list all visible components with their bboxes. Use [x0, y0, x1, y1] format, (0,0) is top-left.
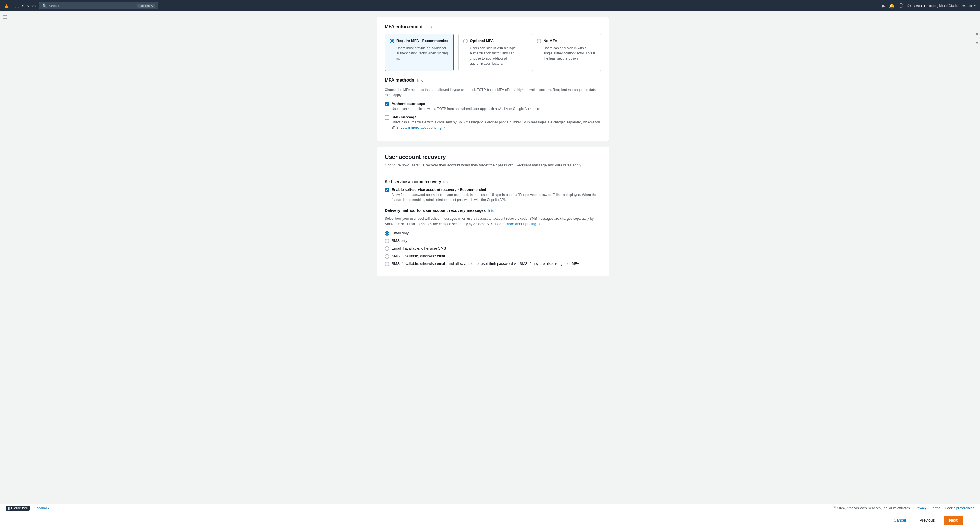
- self-service-recovery-label: Enable self-service account recovery - R…: [391, 188, 601, 202]
- footer: ▮ CloudShell Feedback © 2024, Amazon Web…: [0, 504, 980, 512]
- self-service-recovery-row: Enable self-service account recovery - R…: [385, 188, 601, 202]
- chevron-down-icon: ▼: [923, 4, 926, 8]
- mfa-none-desc: Users can only sign in with a single aut…: [544, 46, 596, 61]
- sms-message-checkbox[interactable]: [385, 115, 389, 120]
- panel-icon-top[interactable]: ●: [976, 31, 978, 36]
- feedback-button[interactable]: Feedback: [34, 506, 49, 510]
- user-email: manoj.khatri@tothenew.com: [929, 4, 972, 8]
- authenticator-apps-title: Authenticator apps: [391, 102, 545, 106]
- search-bar[interactable]: 🔍 [Option+S]: [39, 2, 158, 10]
- cloudshell-button[interactable]: ▮ CloudShell: [6, 506, 30, 511]
- mfa-none-radio[interactable]: [537, 39, 541, 43]
- delivery-method-title: Delivery method for user account recover…: [385, 208, 486, 213]
- aws-logo: ▲: [3, 2, 10, 10]
- delivery-sms-allow-reset-label: SMS if available, otherwise email, and a…: [391, 261, 579, 266]
- cancel-button[interactable]: Cancel: [889, 516, 911, 525]
- delivery-email-only-radio[interactable]: [385, 231, 389, 235]
- mfa-methods-title: MFA methods: [385, 78, 414, 83]
- cloudshell-label: CloudShell: [11, 506, 27, 510]
- user-menu[interactable]: manoj.khatri@tothenew.com ▼: [929, 4, 977, 8]
- mfa-option-optional-header: Optional MFA: [463, 38, 522, 43]
- cloudshell-icon[interactable]: ▶: [881, 3, 885, 8]
- authenticator-apps-desc: Users can authenticate with a TOTP from …: [391, 107, 545, 111]
- footer-terms-link[interactable]: Terms: [931, 506, 940, 510]
- delivery-email-if-available-label: Email if available, otherwise SMS: [391, 246, 446, 250]
- region-label: Ohio: [914, 4, 921, 8]
- mfa-option-optional[interactable]: Optional MFA Users can sign in with a si…: [458, 34, 527, 71]
- search-shortcut: [Option+S]: [137, 4, 155, 8]
- mfa-option-none-header: No MFA: [537, 38, 596, 43]
- next-button[interactable]: Next: [944, 515, 963, 525]
- sms-message-label: SMS message Users can authenticate with …: [391, 115, 601, 130]
- self-service-recovery-title: Self-service account recovery: [385, 180, 441, 184]
- panel-icon-bottom[interactable]: ●: [976, 40, 978, 45]
- footer-cookie-link[interactable]: Cookie preferences: [945, 506, 974, 510]
- sidebar-toggle[interactable]: ☰: [3, 14, 7, 21]
- top-nav: ▲ ⋮⋮ Services 🔍 [Option+S] ▶ 🔔 ⓘ ⚙ Ohio …: [0, 0, 980, 11]
- mfa-option-none[interactable]: No MFA Users can only sign in with a sin…: [532, 34, 601, 71]
- footer-copyright: © 2024, Amazon Web Services, Inc. or its…: [834, 506, 911, 510]
- self-service-recovery-option-desc: Allow forgot-password operations in your…: [391, 192, 601, 202]
- sms-message-title: SMS message: [391, 115, 601, 119]
- delivery-sms-only-radio[interactable]: [385, 239, 389, 243]
- divider: [377, 173, 609, 174]
- mfa-enforcement-header: MFA enforcement Info: [385, 24, 601, 29]
- sms-pricing-link[interactable]: Learn more about pricing ↗: [400, 125, 445, 130]
- mfa-options-row: Require MFA - Recommended Users must pro…: [385, 34, 601, 71]
- delivery-external-link-icon: ↗: [538, 222, 541, 226]
- delivery-email-if-available-radio[interactable]: [385, 247, 389, 251]
- previous-button[interactable]: Previous: [914, 515, 940, 525]
- main-content: MFA enforcement Info Require MFA - Recom…: [363, 11, 617, 299]
- footer-privacy-link[interactable]: Privacy: [915, 506, 926, 510]
- self-service-recovery-header: Self-service account recovery Info: [385, 180, 601, 184]
- search-icon: 🔍: [42, 3, 47, 8]
- mfa-optional-desc: Users can sign in with a single authenti…: [470, 46, 522, 66]
- external-link-icon: ↗: [443, 126, 445, 129]
- authenticator-apps-label: Authenticator apps Users can authenticat…: [391, 102, 545, 111]
- sms-message-desc: Users can authenticate with a code sent …: [391, 120, 601, 130]
- authenticator-apps-checkbox[interactable]: [385, 102, 389, 107]
- self-service-recovery-info-link[interactable]: Info: [443, 180, 449, 184]
- delivery-pricing-link[interactable]: Learn more about pricing. ↗: [495, 222, 541, 226]
- mfa-require-title: Require MFA - Recommended: [396, 38, 449, 43]
- mfa-option-require-header: Require MFA - Recommended: [390, 38, 449, 43]
- delivery-sms-allow-reset-radio[interactable]: [385, 262, 389, 266]
- mfa-require-radio[interactable]: [390, 39, 394, 43]
- mfa-methods-header: MFA methods Info: [385, 78, 601, 83]
- side-panel-icons: ● ●: [974, 29, 980, 48]
- mfa-optional-radio[interactable]: [463, 39, 468, 43]
- footer-left: ▮ CloudShell Feedback: [6, 506, 49, 511]
- mfa-enforcement-section: MFA enforcement Info Require MFA - Recom…: [377, 17, 609, 141]
- user-chevron-icon: ▼: [973, 4, 977, 8]
- settings-icon[interactable]: ⚙: [907, 3, 911, 8]
- recovery-title: User account recovery: [385, 154, 601, 160]
- mfa-methods-section: MFA methods Info Choose the MFA methods …: [385, 78, 601, 130]
- mfa-require-desc: Users must provide an additional authent…: [396, 46, 449, 61]
- bottom-action-bar: Cancel Previous Next: [0, 512, 980, 528]
- delivery-email-if-available-row: Email if available, otherwise SMS: [385, 246, 601, 251]
- bell-icon[interactable]: 🔔: [889, 3, 895, 8]
- footer-right: © 2024, Amazon Web Services, Inc. or its…: [834, 506, 974, 510]
- help-icon[interactable]: ⓘ: [899, 3, 903, 9]
- terminal-icon: ▮: [8, 506, 10, 510]
- mfa-enforcement-title: MFA enforcement: [385, 24, 423, 29]
- delivery-email-only-label: Email only: [391, 231, 409, 235]
- self-service-recovery-checkbox[interactable]: [385, 188, 389, 192]
- mfa-methods-info-link[interactable]: Info: [417, 78, 423, 83]
- nav-icons: ▶ 🔔 ⓘ ⚙: [881, 3, 911, 9]
- mfa-methods-desc: Choose the MFA methods that are allowed …: [385, 87, 601, 97]
- delivery-sms-allow-reset-row: SMS if available, otherwise email, and a…: [385, 261, 601, 266]
- region-selector[interactable]: Ohio ▼: [914, 4, 926, 8]
- self-service-recovery-option-title: Enable self-service account recovery - R…: [391, 188, 601, 192]
- user-account-recovery-section: User account recovery Configure how user…: [377, 146, 609, 276]
- delivery-sms-if-available-row: SMS if available, otherwise email: [385, 254, 601, 259]
- mfa-option-require[interactable]: Require MFA - Recommended Users must pro…: [385, 34, 454, 71]
- authenticator-apps-row: Authenticator apps Users can authenticat…: [385, 102, 601, 111]
- services-menu[interactable]: ⋮⋮ Services: [13, 4, 36, 8]
- sms-message-row: SMS message Users can authenticate with …: [385, 115, 601, 130]
- delivery-sms-if-available-radio[interactable]: [385, 254, 389, 259]
- services-label: Services: [22, 4, 36, 8]
- delivery-method-info-link[interactable]: Info: [488, 208, 494, 213]
- search-input[interactable]: [49, 4, 136, 8]
- mfa-enforcement-info-link[interactable]: Info: [426, 25, 432, 29]
